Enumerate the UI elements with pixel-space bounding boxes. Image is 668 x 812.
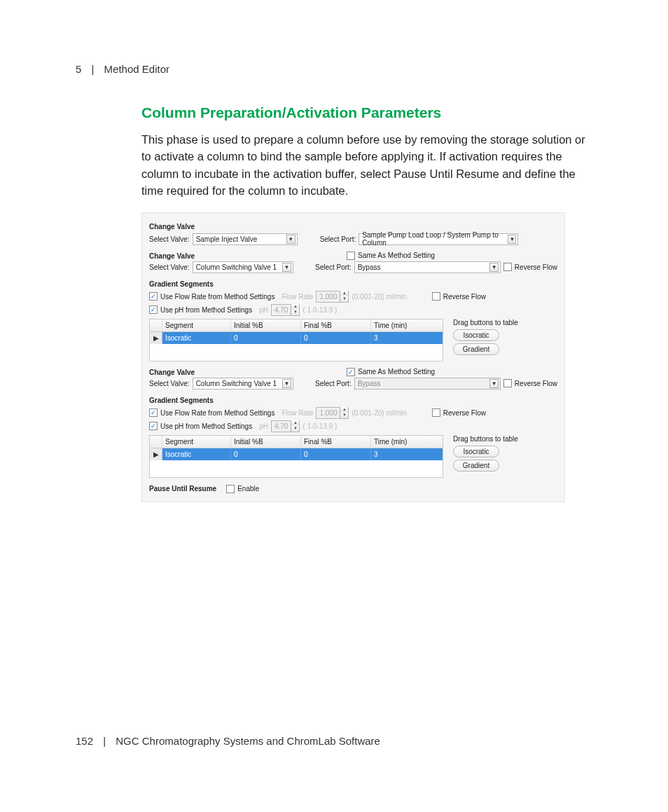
gradient-1-table[interactable]: Segment Initial %B Final %B Time (min) ▶… — [149, 319, 443, 362]
gradient-1-button[interactable]: Gradient — [453, 343, 499, 355]
isocratic-1-button[interactable]: Isocratic — [453, 329, 499, 341]
chapter-title: Method Editor — [104, 63, 169, 75]
flow-rate-2-label: Flow Rate — [281, 409, 313, 417]
use-flow-2-label: Use Flow Rate from Method Settings — [160, 409, 274, 417]
select-valve-2-combo[interactable]: Column Switching Valve 1 ▼ — [193, 261, 293, 273]
separator: | — [92, 63, 95, 75]
use-flow-2-checkbox[interactable]: ✓ — [149, 408, 158, 417]
reverse-flow-3-checkbox[interactable] — [503, 379, 512, 387]
ph-1-spinner: 4.70 ▲▼ — [271, 304, 300, 316]
select-valve-3-label: Select Valve: — [149, 380, 190, 387]
col-final-b: Final %B — [301, 436, 371, 448]
select-port-1-label: Select Port: — [320, 235, 356, 243]
ph-1-range: ( 1.0-13.9 ) — [302, 306, 337, 314]
select-port-1-value: Sample Pump Load Loop / System Pump to C… — [362, 231, 508, 247]
gradient-2-button[interactable]: Gradient — [453, 460, 499, 472]
col-segment: Segment — [162, 319, 231, 331]
cell-time: 3 — [371, 448, 443, 460]
separator: | — [103, 735, 106, 747]
chevron-down-icon: ▼ — [508, 235, 516, 244]
gradient-2-title: Gradient Segments — [149, 397, 557, 404]
cell-segment: Isocratic — [162, 332, 231, 344]
reverse-flow-3-label: Reverse Flow — [515, 380, 557, 387]
ph-1-value: 4.70 — [272, 306, 291, 314]
running-header: 5 | Method Editor — [76, 63, 592, 75]
section-title: Column Preparation/Activation Parameters — [141, 104, 592, 121]
ph-2-label: pH — [259, 422, 268, 430]
chevron-down-icon: ▼ — [282, 263, 291, 272]
select-valve-2-value: Column Switching Valve 1 — [196, 263, 277, 271]
select-port-3-value: Bypass — [358, 380, 381, 387]
pause-enable-checkbox[interactable] — [226, 485, 235, 493]
dialog-screenshot: Change Valve Select Valve: Sample Inject… — [141, 212, 565, 502]
isocratic-2-button[interactable]: Isocratic — [453, 446, 499, 457]
ph-1-label: pH — [259, 306, 268, 314]
col-time: Time (min) — [371, 436, 443, 448]
cell-time: 3 — [371, 332, 443, 344]
reverse-flow-g2-label: Reverse Flow — [443, 409, 486, 417]
page-footer: 152 | NGC Chromatography Systems and Chr… — [76, 735, 380, 747]
select-port-1-combo[interactable]: Sample Pump Load Loop / System Pump to C… — [359, 233, 518, 245]
chapter-number: 5 — [76, 63, 81, 75]
use-flow-1-checkbox[interactable]: ✓ — [149, 292, 158, 301]
select-port-3-combo: Bypass ▼ — [354, 378, 501, 390]
table-row[interactable]: ▶ Isocratic 0 0 3 — [150, 448, 443, 460]
table-header: Segment Initial %B Final %B Time (min) — [150, 319, 443, 332]
col-initial-b: Initial %B — [231, 436, 301, 448]
row-indicator-icon: ▶ — [150, 332, 162, 344]
gradient-2-table[interactable]: Segment Initial %B Final %B Time (min) ▶… — [149, 435, 443, 478]
select-valve-1-value: Sample Inject Valve — [196, 235, 258, 243]
flow-rate-2-unit: (0.001-20) ml/min — [352, 409, 406, 417]
select-valve-3-combo[interactable]: Column Switching Valve 1 ▼ — [193, 378, 293, 390]
reverse-flow-g1-label: Reverse Flow — [443, 293, 486, 301]
col-time: Time (min) — [371, 319, 443, 331]
cell-final-b: 0 — [301, 448, 371, 460]
cell-initial-b: 0 — [231, 332, 301, 344]
change-valve-1-title: Change Valve — [149, 223, 557, 230]
same-as-method-3-checkbox[interactable]: ✓ — [347, 368, 355, 376]
chevron-down-icon: ▼ — [286, 235, 295, 244]
use-ph-2-label: Use pH from Method Settings — [160, 422, 252, 430]
reverse-flow-g1-checkbox[interactable] — [432, 292, 440, 301]
cell-final-b: 0 — [301, 332, 371, 344]
select-valve-1-label: Select Valve: — [149, 235, 190, 243]
cell-segment: Isocratic — [162, 448, 231, 460]
ph-2-range: ( 1.0-13.9 ) — [302, 422, 337, 430]
use-ph-1-label: Use pH from Method Settings — [160, 306, 252, 314]
same-as-method-2-label: Same As Method Setting — [358, 252, 435, 259]
footer-text: NGC Chromatography Systems and ChromLab … — [116, 735, 380, 747]
use-ph-2-checkbox[interactable]: ✓ — [149, 422, 158, 430]
row-indicator-icon: ▶ — [150, 448, 162, 460]
ph-2-spinner: 4.70 ▲▼ — [271, 420, 300, 432]
use-ph-1-checkbox[interactable]: ✓ — [149, 305, 158, 314]
pause-until-resume-title: Pause Until Resume — [149, 485, 216, 493]
flow-rate-1-unit: (0.001-20) ml/min — [352, 293, 406, 301]
select-valve-2-label: Select Valve: — [149, 263, 190, 271]
flow-rate-1-label: Flow Rate — [281, 293, 313, 301]
select-valve-1-combo[interactable]: Sample Inject Valve ▼ — [193, 233, 298, 245]
col-final-b: Final %B — [301, 319, 371, 331]
flow-rate-2-value: 1.000 — [316, 409, 340, 417]
col-initial-b: Initial %B — [231, 319, 301, 331]
reverse-flow-2-checkbox[interactable] — [503, 263, 512, 271]
cell-initial-b: 0 — [231, 448, 301, 460]
select-port-2-label: Select Port: — [315, 263, 352, 271]
use-flow-1-label: Use Flow Rate from Method Settings — [160, 293, 274, 301]
page-number: 152 — [76, 735, 93, 747]
select-port-2-combo[interactable]: Bypass ▼ — [354, 261, 501, 273]
col-segment: Segment — [162, 436, 231, 448]
drag-hint-2: Drag buttons to table — [453, 435, 509, 443]
reverse-flow-2-label: Reverse Flow — [515, 263, 557, 271]
ph-2-value: 4.70 — [272, 422, 291, 430]
gradient-1-title: Gradient Segments — [149, 280, 557, 288]
pause-enable-label: Enable — [237, 485, 259, 493]
select-valve-3-value: Column Switching Valve 1 — [196, 380, 277, 387]
flow-rate-1-spinner: 1.000 ▲▼ — [316, 291, 349, 303]
table-header: Segment Initial %B Final %B Time (min) — [150, 436, 443, 448]
same-as-method-2-checkbox[interactable] — [347, 252, 355, 260]
flow-rate-2-spinner: 1.000 ▲▼ — [316, 407, 349, 419]
chevron-down-icon: ▼ — [489, 379, 499, 388]
table-row[interactable]: ▶ Isocratic 0 0 3 — [150, 332, 443, 344]
reverse-flow-g2-checkbox[interactable] — [432, 408, 440, 417]
flow-rate-1-value: 1.000 — [316, 293, 340, 301]
